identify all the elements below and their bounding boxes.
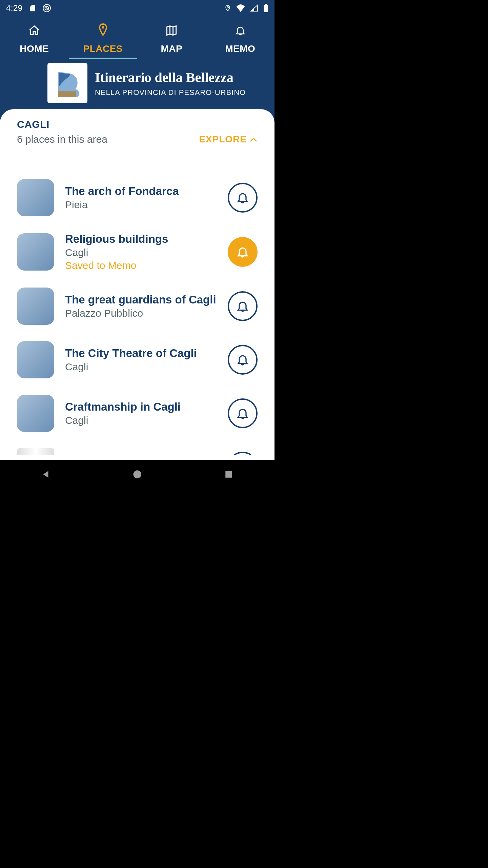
- place-item[interactable]: The City Theatre of Cagli Cagli: [17, 341, 258, 378]
- place-title: Craftmanship in Cagli: [65, 400, 217, 413]
- cell-signal-icon: [250, 4, 258, 12]
- tab-label: PLACES: [83, 43, 123, 54]
- place-subtitle: Cagli: [65, 361, 217, 373]
- place-saved-label: Saved to Memo: [65, 260, 217, 271]
- place-title: The arch of Fondarca: [65, 185, 217, 198]
- place-thumbnail: [17, 395, 54, 432]
- tab-home[interactable]: HOME: [0, 24, 69, 59]
- nav-back-button[interactable]: [39, 468, 53, 481]
- place-item[interactable]: The arch of Fondarca Pieia: [17, 179, 258, 216]
- battery-icon: [263, 4, 268, 13]
- sd-card-icon: [29, 4, 36, 12]
- tab-map[interactable]: MAP: [137, 24, 206, 59]
- brand-title: Itinerario della Bellezza: [95, 70, 246, 85]
- nav-home-button[interactable]: [130, 468, 144, 481]
- place-thumbnail: [17, 448, 54, 455]
- status-bar: 4:29: [0, 0, 274, 16]
- svg-rect-5: [265, 4, 267, 5]
- place-item[interactable]: Religious buildings Cagli Saved to Memo: [17, 233, 258, 271]
- brand-subtitle: NELLA PROVINCIA DI PESARO-URBINO: [95, 88, 246, 97]
- place-title: The City Theatre of Cagli: [65, 347, 217, 360]
- location-icon: [224, 4, 231, 12]
- android-nav-bar: [0, 460, 274, 488]
- tab-places[interactable]: PLACES: [69, 23, 138, 59]
- svg-point-6: [102, 26, 104, 28]
- nav-recent-button[interactable]: [222, 468, 236, 481]
- place-item-partial[interactable]: [17, 448, 258, 455]
- content-card: CAGLI 6 places in this area EXPLORE The …: [0, 109, 274, 460]
- place-subtitle: Palazzo Pubblico: [65, 308, 217, 319]
- svg-rect-8: [225, 471, 232, 478]
- memo-toggle[interactable]: [228, 237, 258, 267]
- place-title: The great guardians of Cagli: [65, 293, 217, 306]
- place-thumbnail: [17, 288, 54, 325]
- place-thumbnail: [17, 179, 54, 216]
- tab-label: HOME: [20, 43, 49, 54]
- place-thumbnail: [17, 233, 54, 271]
- home-icon: [28, 24, 40, 37]
- place-subtitle: Cagli: [65, 415, 217, 426]
- svg-rect-4: [264, 5, 268, 12]
- memo-toggle[interactable]: [228, 183, 258, 213]
- place-subtitle: Cagli: [65, 247, 217, 258]
- explore-button[interactable]: EXPLORE: [199, 134, 258, 145]
- area-name: CAGLI: [17, 119, 258, 130]
- area-count: 6 places in this area: [17, 134, 107, 145]
- svg-point-3: [227, 6, 228, 8]
- place-item[interactable]: The great guardians of Cagli Palazzo Pub…: [17, 288, 258, 325]
- place-item[interactable]: Craftmanship in Cagli Cagli: [17, 395, 258, 432]
- wifi-icon: [236, 4, 245, 12]
- place-thumbnail: [17, 341, 54, 378]
- tab-memo[interactable]: MEMO: [206, 24, 275, 59]
- tab-bar: HOME PLACES MAP MEMO: [0, 16, 274, 59]
- place-title: Religious buildings: [65, 233, 217, 245]
- brand-logo: [47, 63, 87, 103]
- tab-label: MAP: [161, 43, 182, 54]
- place-subtitle: Pieia: [65, 199, 217, 211]
- chevron-up-icon: [249, 134, 258, 145]
- tab-label: MEMO: [225, 43, 255, 54]
- dnd-icon: [42, 4, 51, 13]
- brand-row: Itinerario della Bellezza NELLA PROVINCI…: [0, 59, 274, 109]
- memo-toggle[interactable]: [228, 291, 258, 321]
- memo-toggle[interactable]: [228, 398, 258, 428]
- status-clock: 4:29: [6, 3, 23, 13]
- explore-label: EXPLORE: [199, 134, 247, 145]
- pin-icon: [97, 23, 109, 37]
- bell-icon: [235, 24, 246, 37]
- map-icon: [165, 24, 178, 37]
- svg-point-7: [133, 470, 141, 478]
- memo-toggle[interactable]: [228, 345, 258, 375]
